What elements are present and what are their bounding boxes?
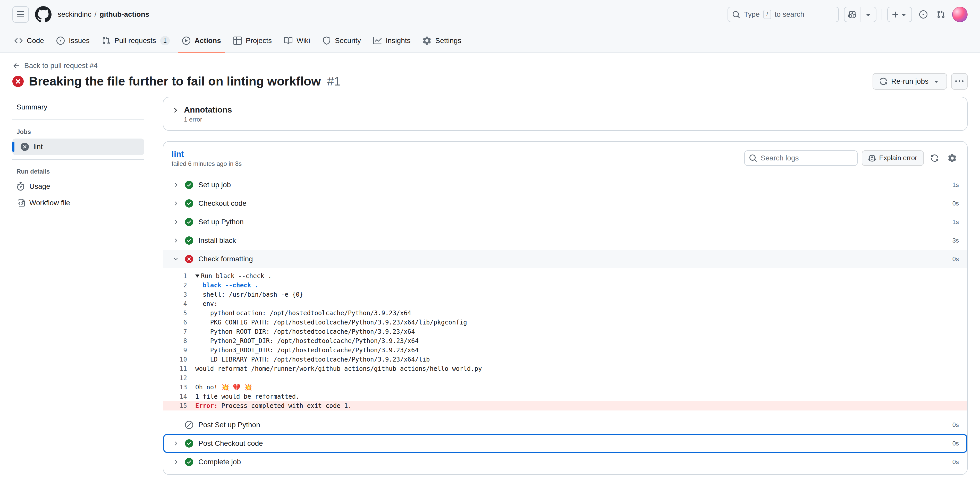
refresh-logs-button[interactable] [928, 151, 941, 165]
log-line: 1Run black --check . [163, 272, 967, 281]
copilot-button[interactable] [844, 7, 877, 22]
log-line-number[interactable]: 8 [172, 336, 187, 346]
issues-header-button[interactable] [917, 8, 929, 21]
counter-badge: 1 [160, 36, 170, 45]
log-line: 15Error: Process completed with exit cod… [163, 401, 967, 410]
run-title-row: Breaking the file further to fail on lin… [13, 73, 967, 90]
step-check-formatting[interactable]: Check formatting0s [163, 250, 967, 268]
tab-settings[interactable]: Settings [418, 29, 465, 52]
step-duration: 0s [953, 421, 959, 429]
tab-insights[interactable]: Insights [369, 29, 415, 52]
sidebar-item-usage[interactable]: Usage [13, 178, 144, 195]
tab-projects[interactable]: Projects [229, 29, 276, 52]
log-line: 141 file would be reformatted. [163, 392, 967, 401]
step-post-checkout-code[interactable]: Post Checkout code0s [163, 434, 967, 453]
step-post-set-up-python[interactable]: Post Set up Python0s [163, 416, 967, 434]
chevron-right-icon[interactable] [172, 106, 179, 114]
log-line-number[interactable]: 14 [172, 392, 187, 401]
kebab-icon [955, 77, 964, 86]
search-icon [749, 154, 757, 162]
log-search-input[interactable] [761, 154, 853, 162]
log-line-number[interactable]: 10 [172, 355, 187, 364]
chevron-right-icon[interactable] [172, 200, 180, 207]
step-set-up-job[interactable]: Set up job1s [163, 176, 967, 194]
explain-error-button[interactable]: Explain error [862, 150, 924, 166]
log-line-number[interactable]: 1 [172, 272, 187, 281]
step-complete-job[interactable]: Complete job0s [163, 453, 967, 471]
check-circle-fill-icon [185, 199, 193, 208]
chevron-down-icon [900, 10, 908, 19]
jobs-section-label: Jobs [13, 124, 144, 138]
log-line-number[interactable]: 2 [172, 281, 187, 290]
stopwatch-icon [16, 182, 25, 191]
chevron-right-icon[interactable] [172, 219, 180, 225]
log-line: 3 shell: /usr/bin/bash -e {0} [163, 290, 967, 299]
chevron-down-icon[interactable] [172, 256, 180, 262]
tab-actions[interactable]: Actions [178, 29, 225, 52]
log-line-number[interactable]: 3 [172, 290, 187, 299]
annotations-body: Annotations 1 error [184, 105, 232, 123]
breadcrumb-owner-link[interactable]: seckindinc [58, 10, 91, 19]
job-log-toolbar: Explain error [744, 150, 959, 166]
tab-issues[interactable]: Issues [52, 29, 94, 52]
run-number: #1 [327, 74, 340, 88]
log-line-text: Process completed with exit code 1. [218, 401, 352, 410]
avatar[interactable] [952, 7, 967, 22]
search-icon [732, 10, 740, 19]
global-header: seckindinc / github-actions Type / to se… [0, 0, 980, 29]
create-new-button[interactable] [887, 7, 912, 22]
step-name: Post Checkout code [198, 439, 947, 448]
log-group-collapse-icon[interactable] [195, 275, 199, 278]
plus-icon [891, 10, 900, 19]
sidebar-job-lint[interactable]: lint [13, 138, 144, 155]
sidebar-item-summary[interactable]: Summary [13, 99, 144, 115]
job-log-header: lint failed 6 minutes ago in 8s Explain … [163, 141, 967, 175]
log-line-number[interactable]: 5 [172, 308, 187, 318]
tab-pull-requests[interactable]: Pull requests1 [98, 29, 174, 52]
pull-requests-header-button[interactable] [935, 8, 947, 21]
tab-code[interactable]: Code [10, 29, 48, 52]
hamburger-menu-button[interactable] [13, 6, 29, 23]
chevron-right-icon[interactable] [172, 440, 180, 447]
step-name: Post Set up Python [198, 421, 947, 429]
log-settings-button[interactable] [945, 151, 959, 165]
step-checkout-code[interactable]: Checkout code0s [163, 194, 967, 213]
log-line-number[interactable]: 13 [172, 383, 187, 392]
log-line-number[interactable]: 15 [172, 401, 187, 410]
sidebar-item-workflow-file[interactable]: Workflow file [13, 195, 144, 211]
search-placeholder-suffix: to search [775, 10, 804, 19]
tab-label: Actions [194, 37, 221, 45]
tab-security[interactable]: Security [318, 29, 365, 52]
log-line-number[interactable]: 9 [172, 346, 187, 355]
breadcrumb-repo-link[interactable]: github-actions [100, 10, 150, 19]
tab-label: Settings [435, 37, 461, 45]
log-line-number[interactable]: 6 [172, 318, 187, 327]
tab-wiki[interactable]: Wiki [280, 29, 314, 52]
chevron-right-icon[interactable] [172, 237, 180, 243]
chevron-right-icon[interactable] [172, 182, 180, 188]
log-line: 7 Python_ROOT_DIR: /opt/hostedtoolcache/… [163, 327, 967, 336]
log-line-number[interactable]: 12 [172, 374, 187, 383]
log-line-text: Python2_ROOT_DIR: /opt/hostedtoolcache/P… [195, 336, 418, 346]
log-line-number[interactable]: 11 [172, 364, 187, 374]
summary-label: Summary [16, 103, 140, 111]
annotations-title: Annotations [184, 105, 232, 115]
log-line: 2 black --check . [163, 281, 967, 290]
step-set-up-python[interactable]: Set up Python1s [163, 213, 967, 231]
job-status-line: failed 6 minutes ago in 8s [172, 160, 242, 167]
github-logo[interactable] [35, 6, 51, 23]
annotations-error-count: 1 error [184, 116, 232, 123]
step-install-black[interactable]: Install black3s [163, 231, 967, 250]
step-name: Complete job [198, 458, 947, 466]
back-to-pull-request-link[interactable]: Back to pull request #4 [13, 61, 98, 70]
tab-label: Security [335, 37, 361, 45]
log-line-number[interactable]: 4 [172, 299, 187, 308]
run-options-button[interactable] [951, 73, 967, 90]
step-duration: 1s [953, 181, 959, 189]
job-title-link[interactable]: lint [172, 149, 242, 159]
chevron-right-icon[interactable] [172, 459, 180, 465]
global-search-input[interactable]: Type / to search [727, 7, 839, 22]
log-line-number[interactable]: 7 [172, 327, 187, 336]
rerun-jobs-button[interactable]: Re-run jobs [873, 73, 947, 90]
annotations-card[interactable]: Annotations 1 error [163, 97, 967, 131]
